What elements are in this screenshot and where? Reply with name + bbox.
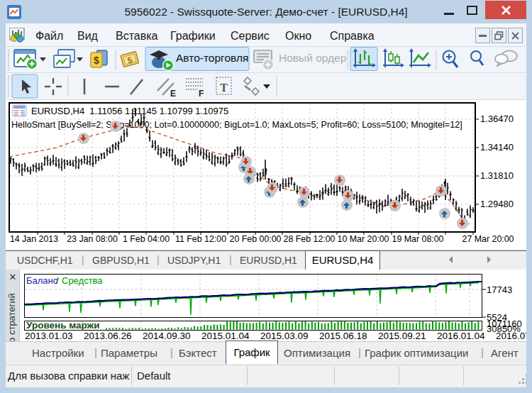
svg-text:Баланс: Баланс (26, 275, 58, 286)
svg-text:F: F (199, 89, 204, 99)
svg-text:1 Feb 04:00: 1 Feb 04:00 (123, 234, 170, 244)
svg-text:2015.09.21: 2015.09.21 (378, 331, 426, 341)
svg-text:23 Jan 08:00: 23 Jan 08:00 (67, 234, 118, 244)
svg-text:EURUSD,H4 1.11056 1.11145 1.1: EURUSD,H4 1.11056 1.11145 1.10799 1.1097… (31, 106, 228, 116)
svg-text:17743: 17743 (487, 284, 512, 295)
svg-text:Уровень маржи: Уровень маржи (26, 320, 99, 331)
svg-text:14 Jan 2013: 14 Jan 2013 (10, 234, 58, 244)
svg-text:2015.01.04: 2015.01.04 (201, 331, 250, 341)
svg-text:2015.03.09: 2015.03.09 (260, 331, 309, 341)
svg-text:10 Mar 20:00: 10 Mar 20:00 (337, 234, 389, 244)
svg-text:2013.01.03: 2013.01.03 (25, 331, 73, 341)
svg-text:20 Feb 00:00: 20 Feb 00:00 (229, 234, 281, 244)
svg-text:27 Mar 20:00: 27 Mar 20:00 (462, 234, 514, 244)
svg-text:1.29480: 1.29480 (480, 199, 514, 209)
svg-text:2015.06.18: 2015.06.18 (319, 331, 367, 341)
svg-text:2016.01.04: 2016.01.04 (437, 331, 485, 341)
svg-text:2013.06.26: 2013.06.26 (84, 331, 132, 341)
svg-text:HelloSmart [BuySell=2; Stop=10: HelloSmart [BuySell=2; Stop=1000; Lot=0.… (11, 120, 462, 130)
svg-text:19 Mar 08:00: 19 Mar 08:00 (392, 234, 443, 244)
svg-text:/: / (56, 275, 59, 286)
svg-text:1.34140: 1.34140 (480, 142, 514, 153)
svg-text:2016.07.12: 2016.07.12 (496, 331, 526, 341)
svg-text:Средства: Средства (62, 275, 103, 286)
svg-text:E: E (170, 89, 176, 99)
svg-text:$: $ (94, 55, 99, 66)
svg-text:28 Feb 12:00: 28 Feb 12:00 (283, 234, 335, 244)
svg-text:11 Feb 12:00: 11 Feb 12:00 (175, 234, 226, 244)
svg-text:1.31810: 1.31810 (480, 170, 514, 181)
svg-text:T: T (220, 82, 228, 94)
svg-text:2014.09.30: 2014.09.30 (143, 331, 191, 341)
svg-text:1.36470: 1.36470 (480, 114, 514, 124)
